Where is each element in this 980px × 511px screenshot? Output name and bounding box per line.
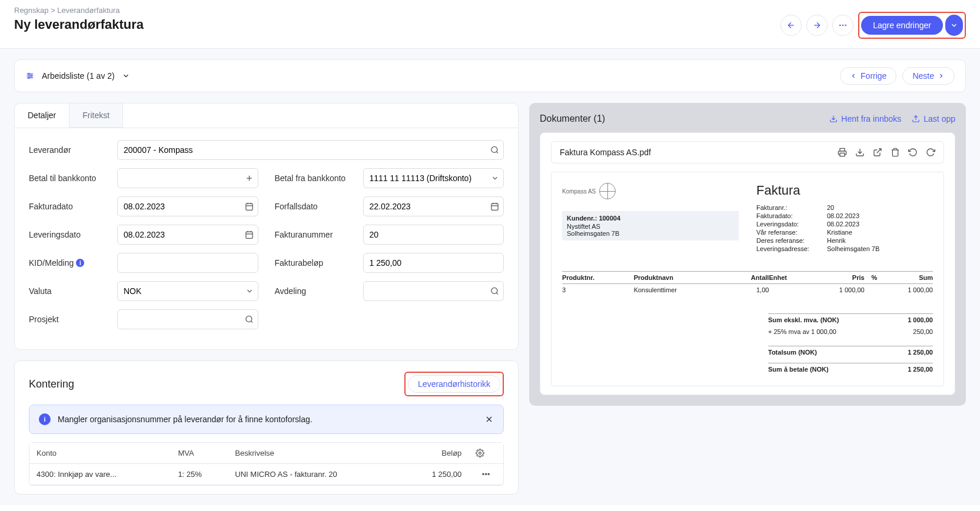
invoice-heading: Faktura [756,183,933,198]
kid-input[interactable] [117,253,258,273]
svg-point-3 [842,25,844,26]
duedate-label: Forfallsdato [275,202,357,211]
details-card: Detaljer Fritekst Leverandør Betal til b… [14,103,519,350]
duedate-input[interactable] [363,196,504,216]
save-dropdown-button[interactable] [945,15,963,36]
amount-input[interactable] [363,253,504,273]
kontering-card: Kontering Leverandørhistorikk i Mangler … [14,360,519,495]
supplier-input[interactable] [117,140,504,160]
svg-point-33 [479,452,481,455]
svg-point-10 [28,77,30,79]
invdate-label: Fakturadato [29,202,111,211]
info-icon: i [76,259,84,267]
payto-label: Betal til bankkonto [29,173,111,183]
logo-icon [599,183,616,199]
currency-input[interactable] [117,281,258,301]
save-button[interactable]: Lagre endringer [861,16,943,35]
dept-input[interactable] [363,281,504,301]
kontering-alert: i Mangler organisasjonsnummer på leveran… [29,405,504,434]
chevron-down-icon [122,72,130,80]
upload-button[interactable]: Last opp [912,114,955,123]
nav-back-button[interactable] [780,15,802,36]
trash-icon[interactable] [891,148,900,157]
delivdate-input[interactable] [117,225,258,245]
svg-point-4 [845,25,846,26]
project-label: Prosjekt [29,315,111,324]
chevron-right-icon [938,72,945,79]
document-filename: Faktura Kompass AS.pdf [560,148,651,157]
delivdate-label: Leveringsdato [29,230,111,239]
payfrom-input[interactable] [363,168,504,188]
svg-line-38 [877,149,881,153]
col-konto: Konto [29,443,171,464]
download-icon [829,115,838,123]
invoice-preview: Kompass AS Kundenr.: 100004 Nystiftet AS… [551,172,944,386]
more-actions-button[interactable] [832,15,853,36]
invoice-line: 3Konsulenttimer 1,00 1 000,00 1 000,00 [562,284,933,296]
invoice-company-logo: Kompass AS [562,183,739,199]
chevron-left-icon [850,72,857,79]
dots-horizontal-icon [838,21,848,30]
amount-label: Fakturabeløp [275,258,357,268]
dept-label: Avdeling [275,286,357,296]
project-input[interactable] [117,309,258,329]
highlight-save: Lagre endringer [858,12,966,39]
breadcrumb[interactable]: Regnskap > Leverandørfaktura [14,6,144,15]
nav-forward-button[interactable] [806,15,828,36]
payfrom-label: Betal fra bankkonto [275,173,357,183]
kid-label: KID/Meldingi [29,258,111,268]
print-icon[interactable] [838,148,847,157]
worklist-next-button[interactable]: Neste [902,67,955,85]
arrow-left-icon [786,21,796,30]
documents-title: Dokumenter (1) [540,113,605,124]
info-icon: i [39,413,51,425]
worklist-prev-button[interactable]: Forrige [840,67,896,85]
page-title: Ny leverandørfaktura [14,17,144,32]
fetch-inbox-button[interactable]: Hent fra innboks [829,114,901,123]
tab-freetext[interactable]: Fritekst [69,103,123,128]
rotate-left-icon[interactable] [908,148,918,157]
rotate-right-icon[interactable] [926,148,935,157]
arrow-right-icon [812,21,822,30]
kontering-title: Kontering [29,378,74,390]
kontering-table: Konto MVA Beskrivelse Beløp 4300: Innkjø… [29,442,504,486]
alert-text: Mangler organisasjonsnummer på leverandø… [58,415,313,424]
invno-label: Fakturanummer [275,230,357,239]
col-beskrivelse: Beskrivelse [228,443,403,464]
download-icon[interactable] [855,148,865,157]
page-header: Regnskap > Leverandørfaktura Ny leverand… [0,0,980,49]
document-file-bar: Faktura Kompass AS.pdf [551,141,944,163]
col-mva: MVA [171,443,228,464]
supplier-label: Leverandør [29,145,111,155]
highlight-history: Leverandørhistorikk [404,372,504,396]
chevron-down-icon [950,21,958,29]
worklist-toggle[interactable]: Arbeidsliste (1 av 2) [25,71,130,81]
col-belop: Beløp [403,443,469,464]
currency-label: Valuta [29,286,111,296]
svg-point-2 [839,25,841,26]
svg-point-9 [31,75,32,77]
invdate-input[interactable] [117,196,258,216]
worklist-bar: Arbeidsliste (1 av 2) Forrige Neste [14,59,966,92]
external-link-icon[interactable] [873,148,882,157]
filter-icon [25,71,35,81]
col-settings[interactable] [469,443,503,464]
svg-point-8 [28,73,30,75]
table-row[interactable]: 4300: Innkjøp av vare... 1: 25% UNI MICR… [29,464,503,485]
documents-panel: Dokumenter (1) Hent fra innboks Last opp [529,103,966,406]
supplier-history-button[interactable]: Leverandørhistorikk [408,375,500,393]
invno-input[interactable] [363,225,504,245]
payto-input[interactable] [117,168,258,188]
alert-close-button[interactable] [484,415,494,424]
row-actions-button[interactable]: ••• [469,464,503,485]
svg-rect-36 [840,153,845,156]
upload-icon [912,115,920,123]
tab-details[interactable]: Detaljer [15,103,69,128]
worklist-label: Arbeidsliste (1 av 2) [42,71,115,81]
